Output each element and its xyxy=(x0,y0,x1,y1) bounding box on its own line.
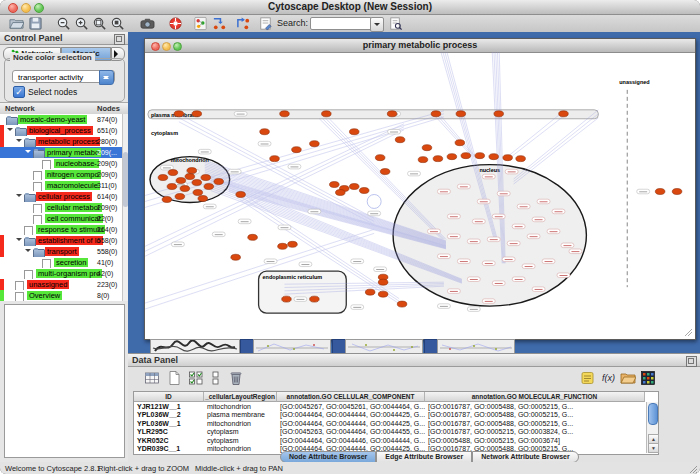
scroll-down-arrow[interactable]: ▼ xyxy=(648,443,659,453)
zoom-out-icon[interactable] xyxy=(56,16,72,31)
graph-node[interactable] xyxy=(395,137,405,143)
network-tree-row[interactable]: unassigned223(0) xyxy=(0,279,128,290)
network-tree-row[interactable]: multi-organism pro42(0) xyxy=(0,268,128,279)
graph-node[interactable] xyxy=(174,111,184,117)
birdseye-view-panel[interactable] xyxy=(4,304,125,458)
network-tree-row[interactable]: cell communicat22(0) xyxy=(0,213,128,224)
attribute-table[interactable]: ID_cellularLayoutRegionannotation.GO CEL… xyxy=(133,391,659,455)
search-input[interactable] xyxy=(310,17,372,30)
expander-triangle-icon[interactable] xyxy=(7,128,13,134)
table-row[interactable]: YPL036W__1mitochondrion[GO:0044464, GO:0… xyxy=(134,420,644,429)
network-tree-row[interactable]: nucleobase-209(0) xyxy=(0,158,128,169)
graph-node[interactable] xyxy=(359,188,369,194)
graph-node[interactable] xyxy=(280,111,290,117)
graph-node[interactable] xyxy=(330,182,340,188)
resize-grip[interactable] xyxy=(688,464,698,474)
graph-node[interactable] xyxy=(310,141,320,147)
network-tree-row[interactable]: Overview8(0) xyxy=(0,290,128,301)
minimized-network-2[interactable] xyxy=(332,339,422,352)
network-tree-row[interactable]: secretion41(0) xyxy=(0,257,128,268)
table-column-header[interactable]: annotation.GO MOLECULAR_FUNCTION xyxy=(425,392,645,402)
expander-triangle-icon[interactable] xyxy=(25,150,31,156)
label-icon[interactable] xyxy=(580,370,597,387)
window-minimize-button[interactable] xyxy=(21,3,31,13)
save-icon[interactable] xyxy=(28,16,44,31)
attribute-grid-icon[interactable] xyxy=(144,370,161,387)
matrix-icon[interactable] xyxy=(640,370,657,387)
compartment-plasma-membrane[interactable] xyxy=(148,110,598,119)
graph-node[interactable] xyxy=(180,186,190,192)
graph-node[interactable] xyxy=(559,111,569,117)
graph-node[interactable] xyxy=(175,194,185,200)
graph-node[interactable] xyxy=(456,111,466,117)
table-row[interactable]: YLR295Ccytoplasm[GO:0045263, GO:0044464,… xyxy=(134,428,644,437)
graph-node[interactable] xyxy=(349,129,359,135)
netwindow-close-button[interactable] xyxy=(151,42,160,51)
network-tree-row[interactable]: metabolic process280(0) xyxy=(0,136,128,147)
graph-node[interactable] xyxy=(494,111,504,117)
netwindow-zoom-button[interactable] xyxy=(173,42,182,51)
graph-node[interactable] xyxy=(176,178,186,184)
import-attributes-icon[interactable] xyxy=(620,370,637,387)
graph-node[interactable] xyxy=(167,184,177,190)
layout-1-icon[interactable] xyxy=(212,16,228,31)
graph-node[interactable] xyxy=(516,156,526,162)
graph-node[interactable] xyxy=(310,296,320,302)
graph-node[interactable] xyxy=(378,279,388,285)
zoom-fit-icon[interactable] xyxy=(92,16,108,31)
delete-attribute-icon[interactable] xyxy=(228,370,245,387)
table-row[interactable]: YJR121W__1mitochondrion[GO:0045267, GO:0… xyxy=(134,403,644,412)
graph-node[interactable] xyxy=(387,111,397,117)
graph-node[interactable] xyxy=(422,145,432,151)
window-titlebar[interactable]: Cytoscape Desktop (New Session) xyxy=(0,0,700,15)
graph-node[interactable] xyxy=(461,153,471,159)
graph-node[interactable] xyxy=(433,156,443,162)
canvas-resize-grip[interactable] xyxy=(685,329,692,336)
graph-node[interactable] xyxy=(349,184,359,190)
graph-node[interactable] xyxy=(418,157,428,163)
graph-node[interactable] xyxy=(292,147,302,153)
tree-col-nodes[interactable]: Nodes xyxy=(97,104,120,113)
graph-node[interactable] xyxy=(282,296,292,302)
graph-node[interactable] xyxy=(204,184,214,190)
network-tree-row[interactable]: cellular process614(0) xyxy=(0,191,128,202)
expander-triangle-icon[interactable] xyxy=(16,238,22,244)
graph-node[interactable] xyxy=(455,140,465,146)
expander-triangle-icon[interactable] xyxy=(25,249,31,255)
vizmapper-icon[interactable] xyxy=(193,16,209,31)
graph-node[interactable] xyxy=(278,243,288,249)
graph-node[interactable] xyxy=(162,196,172,202)
graph-node[interactable] xyxy=(231,254,241,260)
new-attribute-icon[interactable] xyxy=(166,370,183,387)
graph-node[interactable] xyxy=(489,154,499,160)
network-tree-row[interactable]: cellular metabol209(0) xyxy=(0,202,128,213)
graph-node[interactable] xyxy=(192,180,202,186)
expander-triangle-icon[interactable] xyxy=(16,139,22,145)
expander-triangle-icon[interactable] xyxy=(16,194,22,200)
graph-node[interactable] xyxy=(248,234,258,240)
graph-node[interactable] xyxy=(375,155,385,161)
search-doc-icon[interactable] xyxy=(388,16,404,31)
graph-node[interactable] xyxy=(397,301,407,307)
node-color-dropdown[interactable]: transporter activity xyxy=(12,70,115,83)
zoom-in-icon[interactable] xyxy=(74,16,90,31)
table-scrollbar[interactable]: ▲ ▼ xyxy=(646,402,658,453)
graph-node[interactable] xyxy=(192,111,202,117)
table-column-header[interactable]: _cellularLayoutRegion xyxy=(204,392,277,402)
network-tree-row[interactable]: nitrogen compo209(0) xyxy=(0,169,128,180)
netwindow-minimize-button[interactable] xyxy=(162,42,171,51)
graph-node[interactable] xyxy=(672,189,682,195)
graph-node[interactable] xyxy=(365,289,375,295)
graph-node[interactable] xyxy=(288,241,298,247)
window-zoom-button[interactable] xyxy=(34,3,44,13)
table-scrollbar-thumb[interactable] xyxy=(648,403,658,425)
network-tree-row[interactable]: biological_process651(0) xyxy=(0,125,128,136)
graph-node[interactable] xyxy=(198,195,208,201)
network-window-titlebar[interactable]: primary metabolic process xyxy=(145,39,695,53)
float-panel-icon[interactable] xyxy=(114,34,125,45)
tree-scrollbar-thumb[interactable] xyxy=(123,152,128,207)
graph-node[interactable] xyxy=(193,190,203,196)
network-tree-row[interactable]: response to stimulu264(0) xyxy=(0,224,128,235)
table-column-header[interactable]: annotation.GO CELLULAR_COMPONENT xyxy=(277,392,425,402)
graph-node[interactable] xyxy=(187,168,197,174)
